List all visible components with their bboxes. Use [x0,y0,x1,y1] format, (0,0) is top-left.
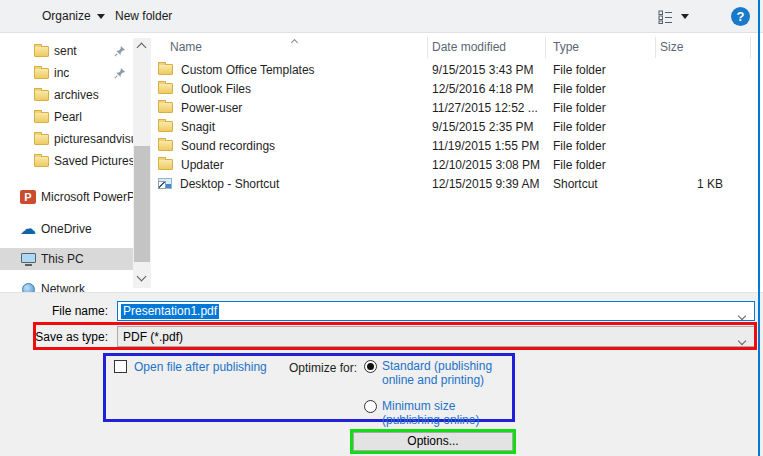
file-name: Outlook Files [181,82,251,96]
chevron-down-icon[interactable] [739,333,745,347]
sidebar-item-onedrive[interactable]: OneDrive [0,218,133,240]
file-row[interactable]: Snagit 9/15/2015 2:35 PM File folder [152,117,757,136]
file-type: File folder [545,82,655,96]
folder-icon [158,121,173,132]
sidebar-item-inc[interactable]: inc [0,62,133,84]
sidebar-item-sent[interactable]: sent [0,40,133,62]
scroll-up-icon[interactable] [137,43,147,53]
file-date-modified: 11/19/2015 1:55 PM [427,139,545,153]
file-type: File folder [545,158,655,172]
file-row[interactable]: Updater 12/10/2015 3:08 PM File folder [152,155,757,174]
sidebar-item-label: This PC [41,252,84,266]
sidebar-item-label: sent [54,44,77,58]
network-icon [22,283,35,293]
options-button[interactable]: Options... [353,432,513,451]
folder-icon [34,46,49,57]
folder-icon [34,90,49,101]
column-headers: Name Date modified Type Size [152,34,757,60]
sidebar-item-saved-pictures[interactable]: Saved Pictures [0,150,133,172]
folder-icon [158,159,173,170]
scrollbar-thumb[interactable] [134,146,150,262]
save-form-panel: File name: Presentation1.pdf Save as typ… [0,292,763,456]
annotation-blue-box: Open file after publishing Optimize for:… [103,353,515,422]
sidebar-item-pearl[interactable]: Pearl [0,106,133,128]
help-button[interactable]: ? [731,7,750,26]
standard-radio-label[interactable]: Standard (publishing online and printing… [382,359,512,387]
sidebar-item-microsoft-powerp[interactable]: Microsoft PowerP [0,186,133,208]
column-header-name[interactable]: Name [152,40,427,54]
minimum-size-radio[interactable] [364,400,377,413]
file-date-modified: 12/5/2016 4:18 PM [427,82,545,96]
file-name: Updater [181,158,224,172]
file-name: Desktop - Shortcut [180,177,279,191]
sidebar-item-label: Network [41,282,85,292]
onedrive-icon [20,223,36,235]
chevron-down-icon[interactable] [739,308,745,322]
sidebar-item-archives[interactable]: archives [0,84,133,106]
folder-icon [158,102,173,113]
change-view-button[interactable] [658,10,674,27]
header-separator [427,37,428,58]
file-date-modified: 12/15/2015 9:39 AM [427,177,545,191]
organize-button[interactable]: Organize [42,9,105,23]
file-date-modified: 9/15/2015 2:35 PM [427,120,545,134]
minimum-size-radio-label[interactable]: Minimum size (publishing online) [382,399,512,427]
save-as-type-value: PDF (*.pdf) [123,330,183,344]
file-name-input[interactable]: Presentation1.pdf [117,301,755,321]
file-type: File folder [545,120,655,134]
file-row[interactable]: Power-user 11/27/2015 12:52 ... File fol… [152,98,757,117]
file-row[interactable]: Custom Office Templates 9/15/2015 3:43 P… [152,60,757,79]
file-row[interactable]: Outlook Files 12/5/2016 4:18 PM File fol… [152,79,757,98]
file-name: Custom Office Templates [181,63,315,77]
file-row[interactable]: Desktop - Shortcut 12/15/2015 9:39 AM Sh… [152,174,757,193]
file-type: Shortcut [545,177,655,191]
column-header-date-modified[interactable]: Date modified [427,40,545,54]
sidebar-item-label: Microsoft PowerP [41,190,133,204]
standard-radio[interactable] [364,360,377,373]
sidebar-item-label: OneDrive [41,222,92,236]
sidebar-scrollbar[interactable] [133,38,151,288]
pin-icon [114,45,126,60]
shortcut-icon [158,178,172,189]
save-as-dialog: Organize New folder ? sent [0,0,763,456]
header-separator [545,37,546,58]
folder-icon [34,156,49,167]
folder-icon [34,134,49,145]
sidebar-item-label: Pearl [54,110,82,124]
file-name-label: File name: [0,304,108,318]
column-header-type[interactable]: Type [545,40,655,54]
file-date-modified: 9/15/2015 3:43 PM [427,63,545,77]
file-name: Power-user [181,101,242,115]
dialog-toolbar: Organize New folder ? [0,0,763,33]
file-date-modified: 11/27/2015 12:52 ... [427,101,545,115]
column-header-size[interactable]: Size [655,40,750,54]
sidebar-item-this-pc[interactable]: This PC [0,248,133,270]
sidebar-item-network[interactable]: Network [0,278,133,292]
new-folder-button[interactable]: New folder [115,9,172,23]
details-view-icon [658,10,674,24]
navigation-pane: sent inc archives Pearl picturesandvisua [0,40,133,292]
computer-icon [21,253,36,263]
folder-icon [34,112,49,123]
powerpoint-icon [20,190,36,204]
header-separator [655,37,656,58]
folder-icon [34,68,49,79]
file-list: Name Date modified Type Size Custom Offi… [152,34,757,292]
file-name-value: Presentation1.pdf [121,304,219,319]
organize-label: Organize [42,9,91,23]
view-options-chevron-icon[interactable] [681,14,689,19]
file-name: Snagit [181,120,215,134]
window-border [758,0,760,456]
sidebar-item-picturesandvisua[interactable]: picturesandvisua [0,128,133,150]
file-rows: Custom Office Templates 9/15/2015 3:43 P… [152,60,757,193]
file-type: File folder [545,101,655,115]
file-type: File folder [545,139,655,153]
browser-body: sent inc archives Pearl picturesandvisua [0,34,757,292]
save-as-type-dropdown[interactable]: PDF (*.pdf) [117,326,755,347]
folder-icon [158,64,173,75]
sidebar-item-label: picturesandvisua [54,132,133,146]
folder-icon [158,83,173,94]
scroll-down-icon[interactable] [137,272,147,282]
file-row[interactable]: Sound recordings 11/19/2015 1:55 PM File… [152,136,757,155]
file-name: Sound recordings [181,139,275,153]
